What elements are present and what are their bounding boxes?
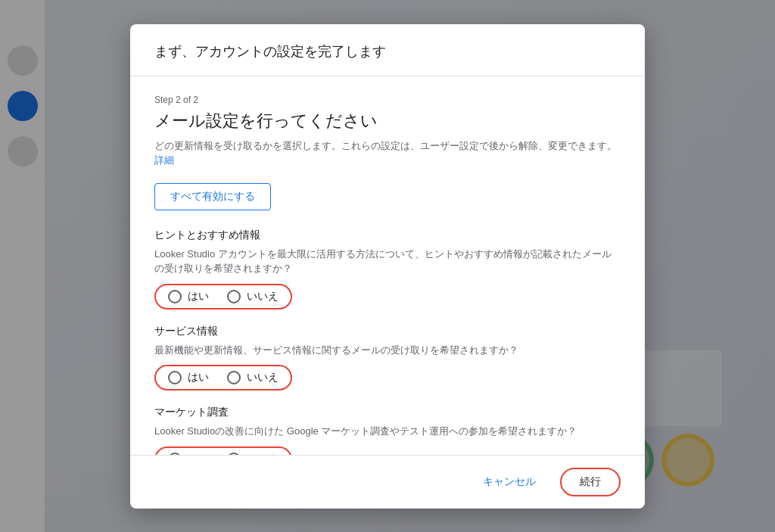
radio-hints-yes[interactable]: はい [168,290,209,303]
question-market-text: Looker Studioの改善に向けた Google マーケット調査やテスト運… [154,424,621,439]
radio-service-yes-input[interactable] [168,371,182,384]
radio-service-no[interactable]: いいえ [227,371,279,384]
question-service-text: 最新機能や更新情報、サービス情報に関するメールの受け取りを希望されますか？ [154,343,621,358]
question-market: マーケット調査 Looker Studioの改善に向けた Google マーケッ… [154,406,621,455]
section-description: どの更新情報を受け取るかを選択します。これらの設定は、ユーザー設定で後から解除、… [154,138,621,168]
modal-body: Step 2 of 2 メール設定を行ってください どの更新情報を受け取るかを選… [130,76,645,455]
radio-service-no-label: いいえ [247,371,279,384]
radio-hints-yes-input[interactable] [168,290,182,303]
section-desc-link[interactable]: 詳細 [154,154,174,166]
modal-header: まず、アカウントの設定を完了します [130,24,645,76]
question-service-label: サービス情報 [154,325,621,338]
section-desc-text: どの更新情報を受け取るかを選択します。これらの設定は、ユーザー設定で後から解除、… [154,140,617,151]
step-label: Step 2 of 2 [154,95,621,105]
radio-service-yes[interactable]: はい [168,371,209,384]
radio-hints-no[interactable]: いいえ [227,290,279,303]
radio-group-market: はい いいえ [154,446,292,455]
cancel-button[interactable]: キャンセル [471,469,548,495]
modal-header-title: まず、アカウントの設定を完了します [154,42,621,61]
question-service: サービス情報 最新機能や更新情報、サービス情報に関するメールの受け取りを希望され… [154,325,621,391]
radio-hints-yes-label: はい [188,290,209,303]
radio-group-service: はい いいえ [154,365,292,390]
modal-overlay: まず、アカウントの設定を完了します Step 2 of 2 メール設定を行ってく… [0,0,775,532]
radio-service-yes-label: はい [188,371,209,384]
question-hints-label: ヒントとおすすめ情報 [154,229,621,242]
modal-footer: キャンセル 続行 [130,455,645,509]
question-hints-text: Looker Studio アカウントを最大限に活用する方法について、ヒントやお… [154,247,621,276]
modal-dialog: まず、アカウントの設定を完了します Step 2 of 2 メール設定を行ってく… [130,24,645,509]
question-market-label: マーケット調査 [154,406,621,419]
radio-service-no-input[interactable] [227,371,241,384]
section-title: メール設定を行ってください [154,110,621,132]
radio-hints-no-input[interactable] [227,290,241,303]
radio-hints-no-label: いいえ [247,290,279,303]
question-hints: ヒントとおすすめ情報 Looker Studio アカウントを最大限に活用する方… [154,229,621,310]
radio-group-hints: はい いいえ [154,284,292,310]
enable-all-button[interactable]: すべて有効にする [154,183,271,210]
continue-button[interactable]: 続行 [560,468,621,496]
